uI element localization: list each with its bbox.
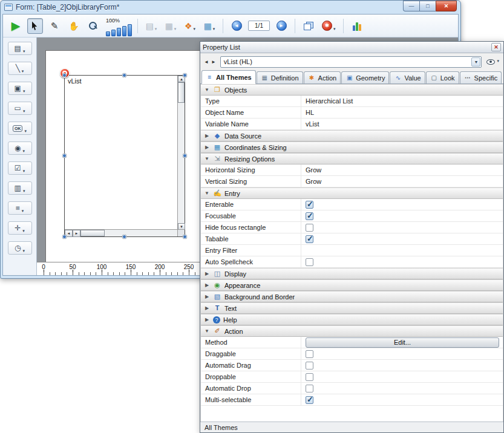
property-section-header[interactable]: Display — [201, 268, 503, 279]
horizontal-scrollbar[interactable]: ◄ ► — [65, 229, 177, 236]
next-page-button[interactable]: ► — [273, 18, 289, 34]
previous-page-button[interactable]: ◄ — [229, 18, 244, 34]
radio-tool[interactable]: ◉ ▾ — [8, 142, 32, 155]
minimize-button[interactable]: — — [403, 1, 419, 11]
zoom-gauge[interactable]: 100% — [106, 16, 132, 36]
display-options-button[interactable]: ▦ ▾ — [201, 18, 217, 34]
property-value[interactable] — [301, 245, 503, 256]
property-value[interactable]: Hierarchical List — [301, 96, 503, 106]
disclosure-triangle-icon[interactable] — [204, 328, 210, 334]
property-checkbox[interactable] — [306, 258, 313, 266]
line-tool[interactable]: ╲ ▾ — [8, 62, 32, 75]
property-tab[interactable]: Look — [426, 71, 459, 83]
pen-tool-button[interactable]: ✎ — [47, 18, 62, 34]
selection-handle[interactable] — [183, 154, 187, 158]
property-list-close-button[interactable]: ✕ — [491, 43, 501, 51]
property-checkbox[interactable] — [306, 201, 313, 209]
horizontal-scroll-thumb[interactable] — [80, 230, 105, 236]
splitter-tool[interactable]: ✛ ▾ — [8, 221, 32, 235]
property-value[interactable]: vList — [301, 119, 503, 129]
selection-handle[interactable] — [183, 73, 187, 77]
selection-handle[interactable] — [62, 73, 67, 77]
color-scheme-button[interactable]: ❖ ▾ — [182, 18, 198, 34]
disclosure-triangle-icon[interactable] — [204, 305, 210, 311]
property-tab[interactable]: All Themes — [201, 70, 256, 84]
vertical-scroll-thumb[interactable] — [178, 82, 185, 103]
property-value[interactable]: Grow — [301, 176, 503, 187]
disclosure-triangle-icon[interactable] — [204, 271, 210, 276]
property-checkbox[interactable] — [306, 385, 313, 392]
combo-arrow-icon[interactable]: ▼ — [471, 57, 480, 67]
button-tool[interactable]: OK ▾ — [8, 122, 32, 135]
horizontal-scroll-track[interactable] — [80, 230, 177, 236]
execute-form-button[interactable]: ▶ — [8, 18, 24, 34]
group-tool[interactable]: ▣ ▾ — [8, 82, 32, 95]
disclosure-triangle-icon[interactable] — [204, 156, 210, 161]
rect-tool[interactable]: ■ ▾ — [8, 201, 32, 215]
hierarchical-list-object[interactable]: vList ▲ ▼ ◄ ► — [64, 75, 185, 237]
property-list-titlebar[interactable]: Property List ✕ — [200, 42, 503, 53]
distribute-objects-button[interactable]: ▦ ▾ — [163, 18, 178, 34]
property-section-header[interactable]: Help — [201, 314, 503, 325]
property-checkbox[interactable] — [306, 235, 313, 243]
property-section-header[interactable]: Appearance — [201, 279, 503, 291]
property-checkbox[interactable] — [306, 373, 313, 381]
disclosure-triangle-icon[interactable] — [204, 282, 210, 288]
execute-options-button[interactable]: ✱ ▾ — [320, 18, 338, 34]
form-pages-button[interactable] — [301, 18, 316, 34]
align-objects-button[interactable]: ▤ ▾ — [143, 18, 159, 34]
property-value[interactable]: HL — [301, 107, 503, 118]
chart-tool-button[interactable] — [349, 18, 365, 34]
property-section-header[interactable]: Resizing Options — [201, 153, 503, 164]
selection-handle[interactable] — [62, 235, 67, 239]
property-section-header[interactable]: Objects — [201, 84, 503, 96]
property-checkbox[interactable] — [306, 350, 313, 358]
property-checkbox[interactable] — [306, 362, 313, 370]
selection-handle[interactable] — [62, 154, 67, 158]
disclosure-triangle-icon[interactable] — [204, 133, 210, 138]
edit-method-button[interactable]: Edit... — [306, 337, 499, 348]
property-section-header[interactable]: Data Source — [201, 130, 503, 142]
property-section-header[interactable]: Text — [201, 302, 503, 314]
disclosure-triangle-icon[interactable] — [204, 145, 210, 150]
disclosure-triangle-icon[interactable] — [204, 294, 210, 299]
property-checkbox[interactable] — [306, 212, 313, 220]
hand-tool-button[interactable]: ✋ — [66, 18, 82, 34]
property-tab[interactable]: Definition — [257, 71, 303, 83]
property-section-header[interactable]: Background and Border — [201, 291, 503, 302]
property-tab[interactable]: Action — [304, 71, 341, 83]
property-section-header[interactable]: Action — [201, 325, 503, 337]
zoom-tool-button[interactable] — [85, 18, 101, 34]
vertical-scroll-track[interactable] — [178, 82, 185, 223]
selection-handle[interactable] — [122, 73, 126, 77]
property-tab[interactable]: Geometry — [341, 71, 389, 83]
form-window-titlebar[interactable]: Form: [Table_2]ObjLibraryForm* — □ ✕ — [2, 1, 459, 14]
text-tool[interactable]: ▤ ▾ — [8, 42, 32, 55]
close-button[interactable]: ✕ — [436, 1, 457, 11]
disclosure-triangle-icon[interactable] — [204, 190, 210, 196]
property-checkbox[interactable] — [306, 224, 313, 232]
previous-object-button[interactable]: ◄ — [203, 59, 209, 65]
next-object-button[interactable]: ► — [211, 59, 217, 65]
property-tab[interactable]: Value — [390, 71, 425, 83]
property-checkbox[interactable] — [306, 396, 313, 404]
field-tool[interactable]: ▭ ▾ — [8, 102, 32, 115]
property-tab[interactable]: Specific — [460, 71, 502, 83]
selection-handle[interactable] — [122, 235, 126, 239]
scroll-right-button[interactable]: ► — [73, 230, 80, 237]
listbox-tool[interactable]: ▥ ▾ — [8, 181, 32, 195]
checkbox-tool[interactable]: ☑ ▾ — [8, 161, 32, 175]
disclosure-triangle-icon[interactable] — [204, 87, 210, 93]
object-selector-dropdown[interactable]: vList (HL) ▼ — [220, 56, 482, 68]
zoom-level-bars[interactable] — [106, 24, 132, 36]
selection-handle[interactable] — [183, 235, 187, 239]
property-section-header[interactable]: Coordinates & Sizing — [201, 142, 503, 153]
property-value[interactable]: Grow — [301, 164, 503, 175]
disclosure-triangle-icon[interactable] — [204, 317, 210, 322]
clock-tool[interactable]: ◷ ▾ — [8, 241, 32, 255]
view-options-button[interactable]: ▾ — [485, 59, 500, 65]
maximize-button[interactable]: □ — [419, 1, 436, 11]
property-section-header[interactable]: Entry — [201, 187, 503, 199]
pointer-tool-button[interactable] — [27, 18, 43, 34]
vertical-scrollbar[interactable]: ▲ ▼ — [177, 76, 185, 230]
